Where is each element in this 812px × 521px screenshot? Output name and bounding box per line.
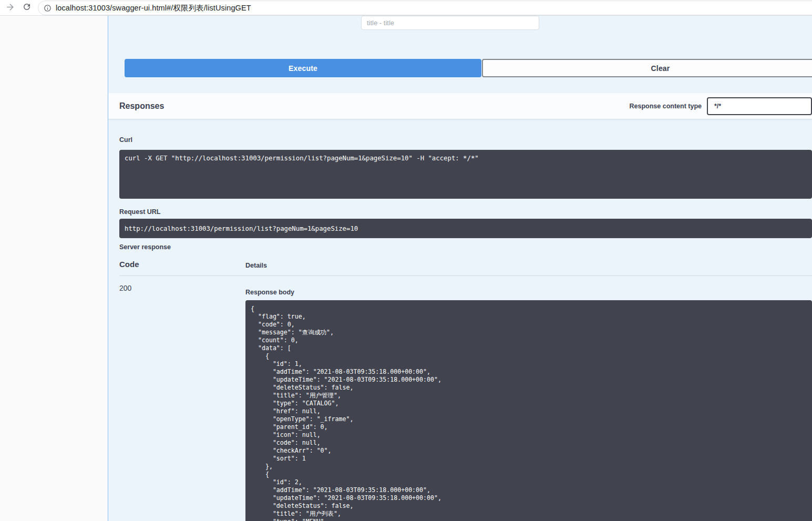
curl-label: Curl xyxy=(119,136,132,144)
title-parameter-input[interactable] xyxy=(361,16,539,30)
browser-toolbar: localhost:31003/swagger-ui.html#/权限列表/li… xyxy=(0,0,812,16)
page-info-icon[interactable] xyxy=(44,4,52,12)
table-header-divider xyxy=(119,275,812,276)
response-body-json: { "flag": true, "code": 0, "message": "查… xyxy=(251,305,807,521)
forward-arrow-icon xyxy=(5,2,15,14)
response-body-label: Response body xyxy=(245,289,294,296)
responses-title: Responses xyxy=(119,101,164,111)
screen: localhost:31003/swagger-ui.html#/权限列表/li… xyxy=(0,0,812,521)
response-body-block[interactable]: { "flag": true, "code": 0, "message": "查… xyxy=(245,300,812,521)
details-column-header: Details xyxy=(245,262,267,269)
response-content-type-wrap: Response content type */* xyxy=(629,93,812,119)
request-url-block: http://localhost:31003/permission/list?p… xyxy=(119,219,812,238)
status-code: 200 xyxy=(119,284,131,292)
reload-button[interactable] xyxy=(20,1,34,15)
server-response-label: Server response xyxy=(119,243,171,251)
request-url-label: Request URL xyxy=(119,208,160,216)
execute-button[interactable]: Execute xyxy=(125,59,481,77)
code-column-header: Code xyxy=(119,260,139,269)
response-content-type-select[interactable]: */* xyxy=(707,97,812,115)
clear-button[interactable]: Clear xyxy=(482,59,812,77)
page-left-gutter xyxy=(0,16,108,521)
reload-icon xyxy=(22,2,32,14)
address-bar[interactable]: localhost:31003/swagger-ui.html#/权限列表/li… xyxy=(38,1,812,15)
curl-command-block[interactable]: curl -X GET "http://localhost:31003/perm… xyxy=(119,150,812,199)
forward-button[interactable] xyxy=(3,1,17,15)
url-text: localhost:31003/swagger-ui.html#/权限列表/li… xyxy=(56,3,251,13)
responses-section-header: Responses Response content type */* xyxy=(108,93,812,119)
response-content-type-label: Response content type xyxy=(629,103,702,110)
